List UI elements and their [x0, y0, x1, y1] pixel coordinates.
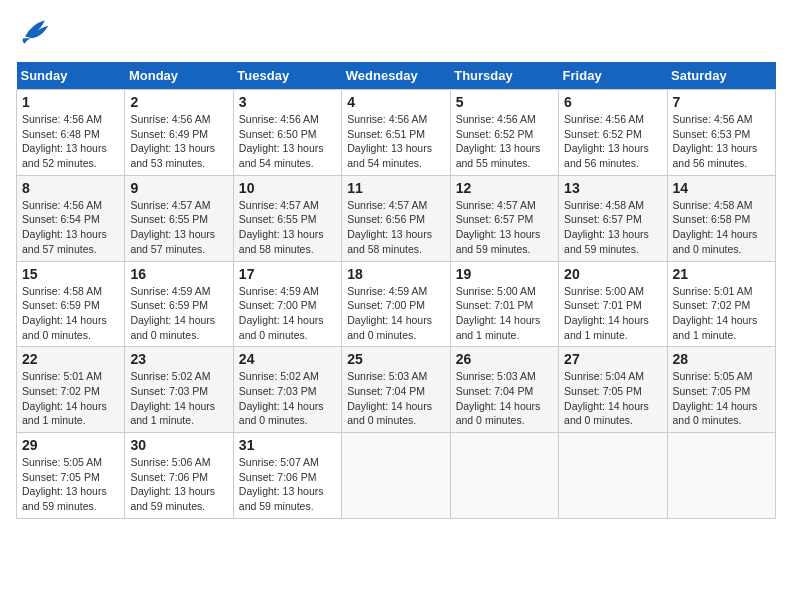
calendar-cell: 5Sunrise: 4:56 AMSunset: 6:52 PMDaylight… [450, 90, 558, 176]
calendar-week-2: 8Sunrise: 4:56 AMSunset: 6:54 PMDaylight… [17, 175, 776, 261]
day-info: Sunrise: 4:59 AMSunset: 7:00 PMDaylight:… [239, 284, 336, 343]
day-number: 26 [456, 351, 553, 367]
calendar-week-1: 1Sunrise: 4:56 AMSunset: 6:48 PMDaylight… [17, 90, 776, 176]
day-info: Sunrise: 4:56 AMSunset: 6:54 PMDaylight:… [22, 198, 119, 257]
day-info: Sunrise: 5:07 AMSunset: 7:06 PMDaylight:… [239, 455, 336, 514]
calendar-cell: 17Sunrise: 4:59 AMSunset: 7:00 PMDayligh… [233, 261, 341, 347]
calendar-cell [342, 433, 450, 519]
calendar-cell: 23Sunrise: 5:02 AMSunset: 7:03 PMDayligh… [125, 347, 233, 433]
day-number: 14 [673, 180, 770, 196]
calendar-header: SundayMondayTuesdayWednesdayThursdayFrid… [17, 62, 776, 90]
day-number: 1 [22, 94, 119, 110]
calendar-week-4: 22Sunrise: 5:01 AMSunset: 7:02 PMDayligh… [17, 347, 776, 433]
day-info: Sunrise: 5:01 AMSunset: 7:02 PMDaylight:… [22, 369, 119, 428]
calendar-cell: 27Sunrise: 5:04 AMSunset: 7:05 PMDayligh… [559, 347, 667, 433]
day-of-week-monday: Monday [125, 62, 233, 90]
day-info: Sunrise: 5:00 AMSunset: 7:01 PMDaylight:… [456, 284, 553, 343]
day-number: 3 [239, 94, 336, 110]
day-number: 11 [347, 180, 444, 196]
day-number: 18 [347, 266, 444, 282]
day-number: 8 [22, 180, 119, 196]
day-number: 6 [564, 94, 661, 110]
day-info: Sunrise: 4:56 AMSunset: 6:49 PMDaylight:… [130, 112, 227, 171]
calendar-cell: 24Sunrise: 5:02 AMSunset: 7:03 PMDayligh… [233, 347, 341, 433]
day-info: Sunrise: 5:05 AMSunset: 7:05 PMDaylight:… [673, 369, 770, 428]
day-number: 23 [130, 351, 227, 367]
day-number: 30 [130, 437, 227, 453]
day-info: Sunrise: 5:05 AMSunset: 7:05 PMDaylight:… [22, 455, 119, 514]
calendar-cell [667, 433, 775, 519]
calendar-cell: 25Sunrise: 5:03 AMSunset: 7:04 PMDayligh… [342, 347, 450, 433]
day-number: 2 [130, 94, 227, 110]
day-of-week-tuesday: Tuesday [233, 62, 341, 90]
calendar-cell: 3Sunrise: 4:56 AMSunset: 6:50 PMDaylight… [233, 90, 341, 176]
calendar-cell: 9Sunrise: 4:57 AMSunset: 6:55 PMDaylight… [125, 175, 233, 261]
calendar-cell: 22Sunrise: 5:01 AMSunset: 7:02 PMDayligh… [17, 347, 125, 433]
day-info: Sunrise: 5:02 AMSunset: 7:03 PMDaylight:… [130, 369, 227, 428]
day-info: Sunrise: 4:57 AMSunset: 6:55 PMDaylight:… [239, 198, 336, 257]
calendar-body: 1Sunrise: 4:56 AMSunset: 6:48 PMDaylight… [17, 90, 776, 519]
day-number: 13 [564, 180, 661, 196]
day-of-week-saturday: Saturday [667, 62, 775, 90]
day-number: 16 [130, 266, 227, 282]
day-info: Sunrise: 4:56 AMSunset: 6:52 PMDaylight:… [456, 112, 553, 171]
calendar-cell: 1Sunrise: 4:56 AMSunset: 6:48 PMDaylight… [17, 90, 125, 176]
day-info: Sunrise: 4:57 AMSunset: 6:55 PMDaylight:… [130, 198, 227, 257]
day-number: 29 [22, 437, 119, 453]
calendar-cell: 18Sunrise: 4:59 AMSunset: 7:00 PMDayligh… [342, 261, 450, 347]
day-info: Sunrise: 4:56 AMSunset: 6:52 PMDaylight:… [564, 112, 661, 171]
calendar-cell: 20Sunrise: 5:00 AMSunset: 7:01 PMDayligh… [559, 261, 667, 347]
day-info: Sunrise: 4:56 AMSunset: 6:48 PMDaylight:… [22, 112, 119, 171]
day-number: 5 [456, 94, 553, 110]
calendar-cell: 7Sunrise: 4:56 AMSunset: 6:53 PMDaylight… [667, 90, 775, 176]
calendar-cell: 21Sunrise: 5:01 AMSunset: 7:02 PMDayligh… [667, 261, 775, 347]
day-info: Sunrise: 5:06 AMSunset: 7:06 PMDaylight:… [130, 455, 227, 514]
day-info: Sunrise: 4:57 AMSunset: 6:56 PMDaylight:… [347, 198, 444, 257]
day-info: Sunrise: 5:04 AMSunset: 7:05 PMDaylight:… [564, 369, 661, 428]
day-number: 27 [564, 351, 661, 367]
calendar-week-5: 29Sunrise: 5:05 AMSunset: 7:05 PMDayligh… [17, 433, 776, 519]
calendar-week-3: 15Sunrise: 4:58 AMSunset: 6:59 PMDayligh… [17, 261, 776, 347]
page-header [16, 16, 776, 50]
day-number: 19 [456, 266, 553, 282]
day-info: Sunrise: 4:56 AMSunset: 6:50 PMDaylight:… [239, 112, 336, 171]
calendar-cell: 13Sunrise: 4:58 AMSunset: 6:57 PMDayligh… [559, 175, 667, 261]
calendar-cell: 4Sunrise: 4:56 AMSunset: 6:51 PMDaylight… [342, 90, 450, 176]
calendar-cell: 16Sunrise: 4:59 AMSunset: 6:59 PMDayligh… [125, 261, 233, 347]
calendar-cell: 31Sunrise: 5:07 AMSunset: 7:06 PMDayligh… [233, 433, 341, 519]
day-number: 17 [239, 266, 336, 282]
calendar-cell: 12Sunrise: 4:57 AMSunset: 6:57 PMDayligh… [450, 175, 558, 261]
day-info: Sunrise: 4:58 AMSunset: 6:57 PMDaylight:… [564, 198, 661, 257]
day-info: Sunrise: 4:59 AMSunset: 6:59 PMDaylight:… [130, 284, 227, 343]
calendar-cell: 2Sunrise: 4:56 AMSunset: 6:49 PMDaylight… [125, 90, 233, 176]
day-of-week-sunday: Sunday [17, 62, 125, 90]
calendar-cell: 11Sunrise: 4:57 AMSunset: 6:56 PMDayligh… [342, 175, 450, 261]
day-number: 9 [130, 180, 227, 196]
day-info: Sunrise: 5:03 AMSunset: 7:04 PMDaylight:… [456, 369, 553, 428]
calendar-cell: 8Sunrise: 4:56 AMSunset: 6:54 PMDaylight… [17, 175, 125, 261]
calendar-cell: 30Sunrise: 5:06 AMSunset: 7:06 PMDayligh… [125, 433, 233, 519]
day-number: 20 [564, 266, 661, 282]
day-info: Sunrise: 4:57 AMSunset: 6:57 PMDaylight:… [456, 198, 553, 257]
logo-icon [16, 16, 52, 50]
calendar-cell: 28Sunrise: 5:05 AMSunset: 7:05 PMDayligh… [667, 347, 775, 433]
day-number: 22 [22, 351, 119, 367]
days-of-week-row: SundayMondayTuesdayWednesdayThursdayFrid… [17, 62, 776, 90]
calendar-cell [450, 433, 558, 519]
calendar-table: SundayMondayTuesdayWednesdayThursdayFrid… [16, 62, 776, 519]
day-of-week-thursday: Thursday [450, 62, 558, 90]
day-number: 10 [239, 180, 336, 196]
day-number: 4 [347, 94, 444, 110]
calendar-cell: 14Sunrise: 4:58 AMSunset: 6:58 PMDayligh… [667, 175, 775, 261]
day-info: Sunrise: 4:59 AMSunset: 7:00 PMDaylight:… [347, 284, 444, 343]
day-info: Sunrise: 5:03 AMSunset: 7:04 PMDaylight:… [347, 369, 444, 428]
calendar-cell: 19Sunrise: 5:00 AMSunset: 7:01 PMDayligh… [450, 261, 558, 347]
calendar-cell: 15Sunrise: 4:58 AMSunset: 6:59 PMDayligh… [17, 261, 125, 347]
calendar-cell: 26Sunrise: 5:03 AMSunset: 7:04 PMDayligh… [450, 347, 558, 433]
day-info: Sunrise: 4:56 AMSunset: 6:51 PMDaylight:… [347, 112, 444, 171]
day-info: Sunrise: 4:58 AMSunset: 6:58 PMDaylight:… [673, 198, 770, 257]
day-info: Sunrise: 5:01 AMSunset: 7:02 PMDaylight:… [673, 284, 770, 343]
day-number: 28 [673, 351, 770, 367]
day-info: Sunrise: 4:58 AMSunset: 6:59 PMDaylight:… [22, 284, 119, 343]
day-number: 7 [673, 94, 770, 110]
